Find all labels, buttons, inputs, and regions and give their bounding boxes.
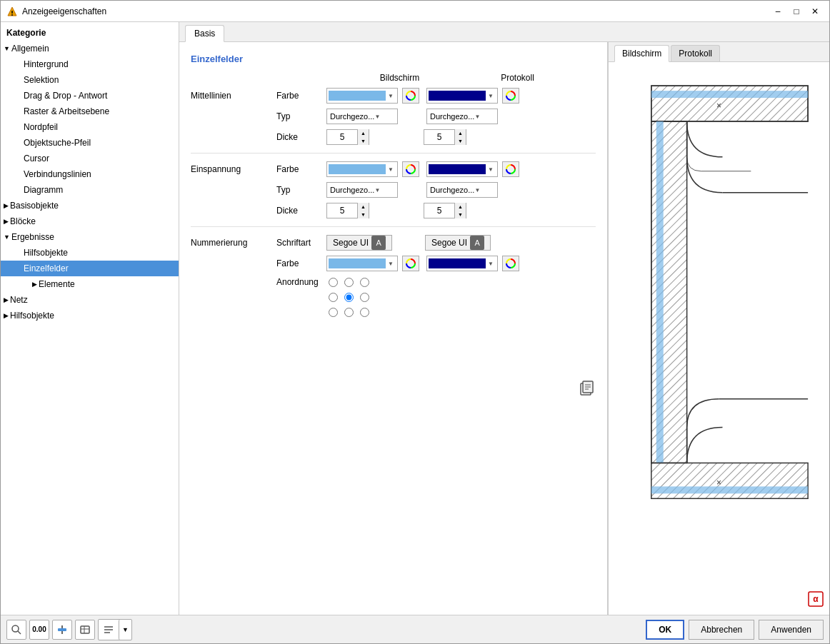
basisobjekte-label: Basisobjekte — [10, 199, 59, 212]
sidebar-item-verbindungslinien[interactable]: Verbindungslinien — [1, 166, 179, 182]
sidebar-item-einzelfelder[interactable]: Einzelfelder — [1, 261, 179, 276]
sidebar-item-selektion[interactable]: Selektion — [1, 72, 179, 88]
dropdown-arrow-btn[interactable]: ▼ — [119, 620, 131, 640]
svg-line-32 — [18, 631, 21, 634]
close-button[interactable]: ✕ — [806, 4, 824, 19]
num-color-icon — [405, 258, 416, 269]
sidebar-item-ergebnisse[interactable]: ▼ Ergebnisse — [1, 229, 179, 245]
mittellinien-protocol-color-picker-btn[interactable] — [502, 88, 519, 104]
radio-3-2[interactable] — [344, 308, 354, 317]
preview-tab-bildschirm[interactable]: Bildschirm — [614, 45, 669, 62]
sidebar-item-objektsuche[interactable]: Objektsuche-Pfeil — [1, 135, 179, 151]
einspannung-screen-color-picker-btn[interactable] — [402, 161, 419, 177]
mittellinien-dicke-label: Dicke — [276, 132, 326, 142]
mittellinien-screen-color-picker-btn[interactable] — [402, 88, 419, 104]
title-bar-left: Anzeigeeigenschaften — [6, 6, 106, 17]
radio-1-3[interactable] — [360, 278, 369, 287]
color-picker-icon — [405, 90, 416, 101]
tool2-icon — [79, 624, 91, 635]
dropdown-main-btn[interactable] — [99, 620, 119, 640]
sidebar-item-hintergrund[interactable]: Hintergrund — [1, 56, 179, 72]
section-mittellinien: Mittellinien Farbe ▼ — [191, 87, 596, 146]
radio-2-2[interactable] — [344, 293, 354, 302]
maximize-button[interactable]: □ — [788, 4, 805, 19]
einspannung-screen-dicke-down[interactable]: ▼ — [358, 211, 369, 218]
einspannung-screen-typ-dropdown[interactable]: Durchgezo... ▼ — [326, 182, 398, 198]
sidebar-item-bloecke[interactable]: ▶ Blöcke — [1, 213, 179, 229]
einspannung-screen-color-arrow: ▼ — [386, 166, 396, 173]
sidebar-item-elemente[interactable]: ▶ Elemente — [1, 276, 179, 292]
svg-text:×: × — [716, 478, 721, 488]
mittellinien-screen-typ-dropdown[interactable]: Durchgezo... ▼ — [326, 109, 398, 124]
divider-2 — [191, 226, 596, 227]
tool1-btn[interactable] — [52, 620, 72, 640]
col-header-protokoll: Protokoll — [459, 73, 576, 83]
radio-1-2[interactable] — [344, 278, 354, 287]
minimize-button[interactable]: – — [769, 4, 786, 19]
radio-2-3[interactable] — [360, 293, 369, 302]
radio-3-1[interactable] — [329, 308, 338, 317]
sidebar-item-drag-drop[interactable]: Drag & Drop - Antwort — [1, 88, 179, 104]
ok-button[interactable]: OK — [646, 620, 684, 640]
value-btn[interactable]: 0.00 — [29, 620, 49, 640]
sidebar-item-cursor[interactable]: Cursor — [1, 151, 179, 166]
nummerierung-protocol-color-dropdown[interactable]: ▼ — [426, 256, 498, 271]
tab-basis[interactable]: Basis — [185, 25, 224, 42]
einspannung-screen-dicke-input[interactable] — [327, 206, 357, 216]
abbrechen-button[interactable]: Abbrechen — [689, 620, 754, 640]
preview-corner-icon[interactable]: α — [808, 591, 824, 609]
nummerierung-farbe-label: Farbe — [276, 258, 326, 268]
preview-tab-protokoll[interactable]: Protokoll — [671, 45, 720, 61]
sidebar-item-hilfsobjekte-sub[interactable]: Hilfsobjekte — [1, 245, 179, 261]
nummerierung-section-label: Nummerierung — [191, 238, 276, 248]
sidebar-item-diagramm[interactable]: Diagramm — [1, 182, 179, 198]
sidebar-item-allgemein[interactable]: ▼ Allgemein — [1, 41, 179, 56]
einspannung-protocol-color-arrow: ▼ — [486, 166, 496, 173]
nummerierung-screen-color-dropdown[interactable]: ▼ — [326, 256, 398, 271]
copy-settings-btn[interactable] — [579, 379, 596, 398]
einspannung-protocol-color-dropdown[interactable]: ▼ — [426, 161, 498, 177]
sidebar-item-hilfsobjekte[interactable]: ▶ Hilfsobjekte — [1, 308, 179, 323]
nummerierung-protocol-font-btn[interactable]: Segoe UI A — [425, 235, 491, 251]
mittellinien-protocol-color-dropdown[interactable]: ▼ — [426, 88, 498, 104]
mittellinien-protocol-dicke-down[interactable]: ▼ — [455, 137, 466, 145]
search-btn[interactable] — [6, 620, 26, 640]
nummerierung-anordnung-label: Anordnung — [276, 276, 326, 287]
einspannung-screen-dicke-up[interactable]: ▲ — [358, 203, 369, 211]
form-bottom — [191, 322, 596, 398]
mittellinien-protocol-dicke-up[interactable]: ▲ — [455, 129, 466, 137]
radio-2-1[interactable] — [329, 293, 338, 302]
sidebar-header: Kategorie — [1, 25, 179, 41]
mittellinien-screen-dicke-up[interactable]: ▲ — [358, 129, 369, 137]
tab-basis-label: Basis — [194, 29, 215, 39]
einspannung-protocol-dicke-down[interactable]: ▼ — [455, 211, 466, 218]
einspannung-protocol-dicke-input[interactable] — [424, 206, 454, 216]
tool2-btn[interactable] — [75, 620, 95, 640]
einspannung-protocol-dicke-up[interactable]: ▲ — [455, 203, 466, 211]
mittellinien-protocol-dicke-input[interactable] — [424, 132, 454, 142]
hilfsobjekte-arrow: ▶ — [4, 309, 9, 322]
einspannung-color-icon — [405, 163, 416, 175]
sidebar-item-netz[interactable]: ▶ Netz — [1, 292, 179, 308]
mittellinien-screen-dicke-down[interactable]: ▼ — [358, 137, 369, 145]
nummerierung-protocol-color-picker-btn[interactable] — [502, 256, 519, 271]
mittellinien-protocol-typ-dropdown[interactable]: Durchgezo... ▼ — [426, 109, 498, 124]
sidebar-item-nordpfeil[interactable]: Nordpfeil — [1, 119, 179, 135]
sidebar-item-basisobjekte[interactable]: ▶ Basisobjekte — [1, 198, 179, 213]
einspannung-screen-color-dropdown[interactable]: ▼ — [326, 161, 398, 177]
mittellinien-screen-dicke-input[interactable] — [327, 132, 357, 142]
anwenden-button[interactable]: Anwenden — [759, 620, 824, 640]
radio-1-1[interactable] — [329, 278, 338, 287]
mittellinien-screen-color-dropdown[interactable]: ▼ — [326, 88, 398, 104]
nummerierung-screen-font-btn[interactable]: Segoe UI A — [326, 235, 392, 251]
elemente-arrow: ▶ — [32, 278, 37, 291]
technical-drawing: × × — [609, 62, 829, 615]
nummerierung-screen-color-picker-btn[interactable] — [402, 256, 419, 271]
einspannung-protocol-typ-dropdown[interactable]: Durchgezo... ▼ — [426, 182, 498, 198]
radio-3-3[interactable] — [360, 308, 369, 317]
nummerierung-screen-color-swatch — [329, 258, 386, 268]
column-headers: Bildschirm Protokoll — [191, 73, 596, 83]
sidebar-item-raster[interactable]: Raster & Arbeitsebene — [1, 104, 179, 119]
preview-area: × × — [609, 62, 829, 615]
einspannung-protocol-color-picker-btn[interactable] — [502, 161, 519, 177]
